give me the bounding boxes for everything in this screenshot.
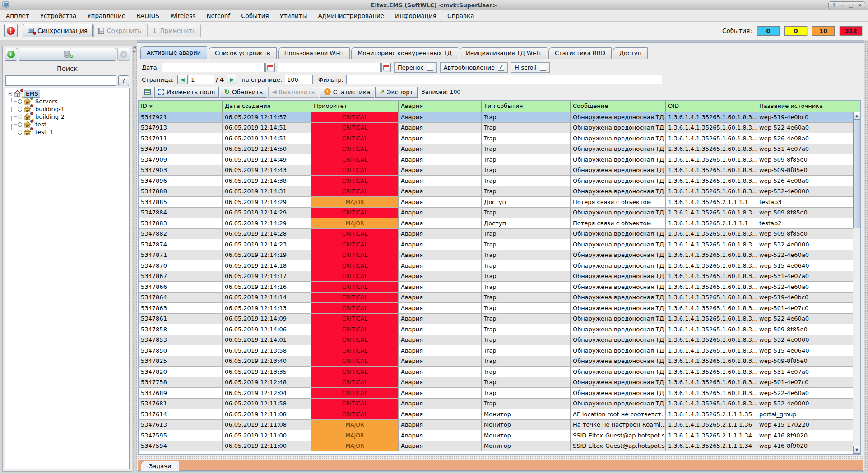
db-sync-button[interactable]: ↻: [19, 48, 116, 61]
table-row[interactable]: 534792106.05.2019 12:14:57CRITICALАвария…: [139, 112, 860, 123]
event-counter-2[interactable]: 10: [812, 26, 835, 36]
expand-icon[interactable]: [18, 130, 22, 135]
maximize-button[interactable]: □: [847, 2, 855, 9]
alarm-indicator-button[interactable]: !: [4, 24, 18, 37]
scrollbar-thumb[interactable]: [853, 120, 860, 228]
table-row[interactable]: 534788806.05.2019 12:14:31CRITICALАвария…: [139, 186, 860, 197]
table-row[interactable]: 534785806.05.2019 12:14:06CRITICALАвария…: [139, 324, 860, 335]
edit-fields-button[interactable]: Изменить поля: [154, 87, 219, 98]
table-row[interactable]: 534768106.05.2019 12:11:58CRITICALАвария…: [139, 399, 860, 409]
refresh-button[interactable]: ↻ Обновить: [220, 87, 267, 98]
column-header-1[interactable]: Дата создания: [223, 101, 311, 112]
tree-node-4[interactable]: test_1: [5, 128, 129, 136]
splitter-collapse-right-icon[interactable]: ▶: [132, 50, 137, 54]
next-page-button[interactable]: ▶: [227, 75, 237, 84]
menu-item-5[interactable]: Netconf: [206, 12, 230, 19]
collapse-icon[interactable]: −: [8, 92, 12, 96]
prev-page-button[interactable]: ◀: [177, 75, 188, 84]
table-row[interactable]: 534787406.05.2019 12:14:23CRITICALАвария…: [139, 239, 860, 250]
table-row[interactable]: 534759506.05.2019 12:11:00MAJORАварияМон…: [139, 430, 860, 441]
expand-icon[interactable]: [18, 122, 22, 127]
tab-3[interactable]: Мониторинг конкурентных ТД: [351, 47, 458, 59]
menu-item-3[interactable]: RADIUS: [136, 12, 159, 19]
menu-item-0[interactable]: Апплет: [6, 12, 29, 19]
statistics-button[interactable]: ! Статистика: [320, 87, 375, 98]
table-settings-button[interactable]: [142, 87, 153, 98]
menu-item-4[interactable]: Wireless: [170, 12, 196, 19]
table-row[interactable]: 534788406.05.2019 12:14:29CRITICALАвария…: [139, 208, 860, 218]
table-row[interactable]: 534788306.05.2019 12:14:29MAJORАварияДос…: [139, 218, 860, 229]
wrap-checkbox[interactable]: [427, 65, 433, 71]
apply-button[interactable]: ↓ Применить: [147, 24, 201, 37]
panel-splitter[interactable]: ◀ ▶: [132, 46, 137, 472]
table-row[interactable]: 534782506.05.2019 12:13:40CRITICALАвария…: [139, 356, 860, 367]
tree-node-1[interactable]: building-1: [5, 105, 129, 113]
tree-node-3[interactable]: test: [5, 121, 129, 128]
tab-4[interactable]: Инициализация ТД Wi-Fi: [460, 47, 547, 59]
menu-item-2[interactable]: Управление: [87, 12, 125, 19]
expand-icon[interactable]: [18, 115, 22, 119]
event-counter-1[interactable]: 0: [784, 26, 807, 36]
add-node-button[interactable]: +: [5, 48, 17, 61]
tab-1[interactable]: Список устройств: [209, 47, 277, 59]
table-row[interactable]: 534787106.05.2019 12:14:19CRITICALАвария…: [139, 250, 860, 261]
table-row[interactable]: 534791006.05.2019 12:14:50CRITICALАвария…: [139, 144, 860, 155]
filter-input[interactable]: [346, 75, 662, 84]
export-button[interactable]: ↗ Экспорт: [375, 87, 417, 98]
table-row[interactable]: 534786106.05.2019 12:14:09CRITICALАвария…: [139, 314, 860, 325]
mute-button[interactable]: ◀) Выключить: [268, 87, 319, 98]
column-header-0[interactable]: ID▼: [139, 101, 223, 112]
page-input[interactable]: [189, 75, 214, 84]
menu-item-6[interactable]: События: [241, 12, 269, 19]
clear-button[interactable]: ×: [117, 48, 130, 61]
autorefresh-checkbox[interactable]: [498, 65, 504, 71]
table-row[interactable]: 534768906.05.2019 12:12:04CRITICALАвария…: [139, 388, 860, 399]
table-row[interactable]: 534761306.05.2019 12:11:08MAJORАварияМон…: [139, 420, 860, 431]
table-row[interactable]: 534791306.05.2019 12:14:51CRITICALАвария…: [139, 123, 860, 134]
sync-button[interactable]: Синхронизация: [23, 24, 93, 37]
splitter-collapse-left-icon[interactable]: ◀: [132, 46, 137, 50]
scroll-down-button[interactable]: ▼: [853, 446, 860, 454]
date-to-input[interactable]: [278, 63, 381, 72]
table-row[interactable]: 534786706.05.2019 12:14:17CRITICALАвария…: [139, 271, 860, 282]
date-from-calendar-button[interactable]: [265, 63, 275, 72]
table-row[interactable]: 534790906.05.2019 12:14:49CRITICALАвария…: [139, 154, 860, 165]
table-row[interactable]: 534787006.05.2019 12:14:18CRITICALАвария…: [139, 260, 860, 271]
table-row[interactable]: 534786306.05.2019 12:14:13CRITICALАвария…: [139, 303, 860, 314]
tab-6[interactable]: Доступ: [613, 47, 648, 59]
event-counter-0[interactable]: 0: [757, 26, 780, 36]
tab-2[interactable]: Пользователи Wi-Fi: [278, 47, 350, 59]
close-button[interactable]: ×: [855, 2, 864, 9]
expand-icon[interactable]: [18, 107, 22, 112]
table-row[interactable]: 534791106.05.2019 12:14:51CRITICALАвария…: [139, 133, 860, 144]
column-header-4[interactable]: Тип события: [482, 101, 571, 112]
event-counter-3[interactable]: 312: [840, 26, 862, 36]
tree-node-root[interactable]: −▲EMS: [5, 90, 129, 98]
search-input[interactable]: [5, 75, 116, 86]
menu-item-7[interactable]: Утилиты: [280, 12, 307, 19]
date-to-calendar-button[interactable]: [381, 63, 391, 72]
menu-item-9[interactable]: Информация: [395, 12, 436, 19]
hscroll-checkbox[interactable]: [540, 65, 546, 71]
table-row[interactable]: 534775806.05.2019 12:12:48CRITICALАвария…: [139, 377, 860, 388]
tree-node-0[interactable]: Servers: [5, 98, 129, 105]
tab-5[interactable]: Статистика RRD: [548, 47, 612, 59]
hscroll-toggle[interactable]: H-scroll: [511, 62, 550, 73]
table-row[interactable]: 534786606.05.2019 12:14:16CRITICALАвария…: [139, 282, 860, 293]
table-row[interactable]: 534785306.05.2019 12:14:01CRITICALАвария…: [139, 335, 860, 346]
tree-node-2[interactable]: ▲building-2: [5, 113, 129, 121]
title-bar[interactable]: Eltex.EMS (SoftWLC) <mvk:SuperUser> ↑–□×: [0, 0, 868, 10]
tab-0[interactable]: Активные аварии: [140, 46, 207, 59]
per-page-input[interactable]: [285, 75, 313, 84]
table-row[interactable]: 534761406.05.2019 12:11:08CRITICALАвария…: [139, 409, 860, 420]
save-button[interactable]: Сохранить: [93, 24, 146, 37]
menu-item-8[interactable]: Администрирование: [318, 12, 384, 19]
column-header-6[interactable]: OID: [666, 101, 757, 112]
menu-item-1[interactable]: Устройства: [40, 12, 77, 19]
table-row[interactable]: 534785006.05.2019 12:13:58CRITICALАвария…: [139, 345, 860, 356]
column-header-3[interactable]: Авария: [399, 101, 482, 112]
table-row[interactable]: 534789606.05.2019 12:14:38CRITICALАвария…: [139, 176, 860, 186]
autorefresh-toggle[interactable]: Автообновление: [440, 62, 508, 73]
date-from-input[interactable]: [162, 63, 265, 72]
table-row[interactable]: 534788206.05.2019 12:14:28CRITICALАвария…: [139, 229, 860, 240]
